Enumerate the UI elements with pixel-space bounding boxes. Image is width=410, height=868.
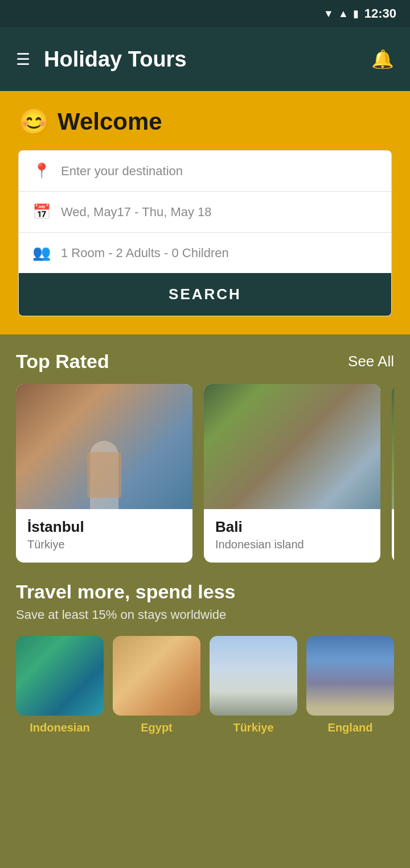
battery-icon: ▮ <box>353 7 359 20</box>
search-form: 📍 Enter your destination 📅 Wed, May17 - … <box>18 150 392 316</box>
egypt-tile-image <box>113 636 200 716</box>
england-tile-image <box>306 636 394 716</box>
istanbul-card-body: İstanbul Türkiye <box>16 509 192 563</box>
top-rated-header: Top Rated See All <box>16 350 394 373</box>
bali-image <box>204 384 380 509</box>
app-title: Holiday Tours <box>44 47 187 72</box>
tile-england[interactable]: England <box>306 636 394 734</box>
bali-city: Bali <box>215 518 369 536</box>
istanbul-city: İstanbul <box>27 518 181 536</box>
istanbul-image <box>16 384 192 509</box>
main-content: Top Rated See All İstanbul Türkiye Bali … <box>0 334 410 563</box>
next-card-peek[interactable] <box>392 384 394 563</box>
turkiye-tile-image <box>210 636 297 716</box>
welcome-heading: 😊 Welcome <box>18 107 392 137</box>
top-rated-title: Top Rated <box>16 350 109 373</box>
bali-country: Indonesian island <box>215 538 369 551</box>
hamburger-icon[interactable]: ☰ <box>16 50 30 69</box>
see-all-button[interactable]: See All <box>348 353 394 370</box>
search-button[interactable]: SEARCH <box>19 273 391 316</box>
location-pin-icon: 📍 <box>32 162 51 180</box>
destination-placeholder: Enter your destination <box>61 164 183 179</box>
turkiye-tile-label: Türkiye <box>233 721 273 734</box>
calendar-icon: 📅 <box>32 203 51 221</box>
tile-turkiye[interactable]: Türkiye <box>210 636 297 734</box>
peek-image <box>392 384 394 509</box>
welcome-section: 😊 Welcome 📍 Enter your destination 📅 Wed… <box>0 91 410 334</box>
travel-more-subtitle: Save at least 15% on stays worldwide <box>16 607 394 622</box>
egypt-tile-label: Egypt <box>141 721 173 734</box>
country-tiles: Indonesian Egypt Türkiye England <box>16 636 394 734</box>
welcome-text: Welcome <box>58 108 162 135</box>
guests-text: 1 Room - 2 Adults - 0 Children <box>61 246 229 261</box>
welcome-emoji: 😊 <box>18 107 50 137</box>
wifi-icon: ▼ <box>323 8 334 20</box>
bali-card[interactable]: Bali Indonesian island <box>204 384 380 563</box>
bali-card-body: Bali Indonesian island <box>204 509 380 563</box>
destination-row[interactable]: 📍 Enter your destination <box>19 151 391 192</box>
indonesian-tile-label: Indonesian <box>30 721 90 734</box>
england-tile-label: England <box>328 721 373 734</box>
travel-more-title: Travel more, spend less <box>16 581 394 603</box>
tile-indonesian[interactable]: Indonesian <box>16 636 104 734</box>
indonesian-tile-image <box>16 636 104 716</box>
guests-icon: 👥 <box>32 244 51 262</box>
header-left: ☰ Holiday Tours <box>16 47 187 72</box>
tile-egypt[interactable]: Egypt <box>113 636 200 734</box>
date-range-text: Wed, May17 - Thu, May 18 <box>61 205 212 220</box>
travel-more-section: Travel more, spend less Save at least 15… <box>0 563 410 750</box>
signal-icon: ▲ <box>338 8 348 20</box>
status-icons: ▼ ▲ ▮ <box>323 7 359 20</box>
guests-row[interactable]: 👥 1 Room - 2 Adults - 0 Children <box>19 233 391 273</box>
istanbul-card[interactable]: İstanbul Türkiye <box>16 384 192 563</box>
istanbul-country: Türkiye <box>27 538 181 551</box>
top-rated-cards: İstanbul Türkiye Bali Indonesian island <box>16 384 394 563</box>
notification-bell-icon[interactable]: 🔔 <box>371 48 394 70</box>
date-row[interactable]: 📅 Wed, May17 - Thu, May 18 <box>19 192 391 233</box>
app-header: ☰ Holiday Tours 🔔 <box>0 27 410 91</box>
status-time: 12:30 <box>364 6 396 21</box>
status-bar: ▼ ▲ ▮ 12:30 <box>0 0 410 27</box>
